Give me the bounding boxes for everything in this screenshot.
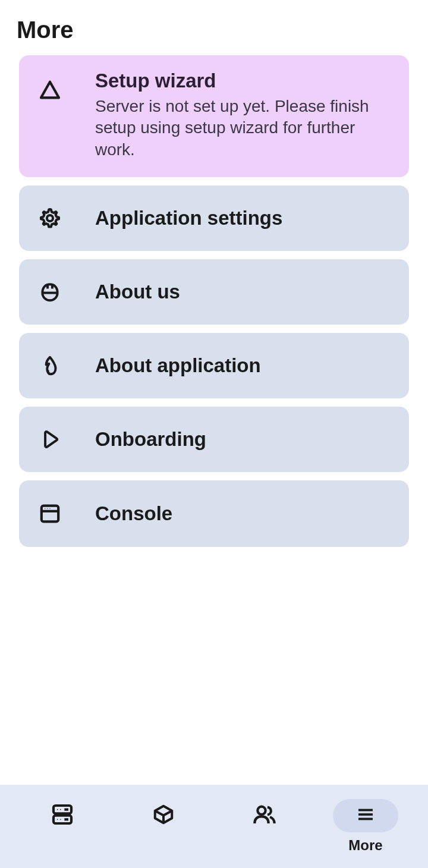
card-title: Application settings	[95, 207, 390, 229]
card-onboarding[interactable]: Onboarding	[19, 407, 409, 472]
svg-point-4	[49, 508, 50, 509]
menu-icon	[355, 804, 376, 828]
play-icon	[38, 428, 62, 451]
card-about-application[interactable]: About application	[19, 333, 409, 398]
console-window-icon	[38, 502, 62, 526]
server-icon	[51, 803, 74, 829]
page-title: More	[0, 0, 428, 55]
svg-point-7	[57, 809, 58, 810]
svg-point-9	[57, 819, 58, 820]
svg-point-2	[45, 508, 45, 509]
card-console[interactable]: Console	[19, 480, 409, 547]
menu-list: Setup wizard Server is not set up yet. P…	[0, 55, 428, 547]
svg-point-11	[257, 807, 265, 814]
nav-label: More	[348, 837, 382, 854]
svg-point-0	[47, 215, 53, 221]
card-setup-wizard[interactable]: Setup wizard Server is not set up yet. P…	[19, 55, 409, 177]
warning-triangle-icon	[38, 78, 62, 102]
card-title: About application	[95, 354, 390, 377]
svg-rect-6	[54, 816, 71, 823]
flame-icon	[38, 354, 62, 377]
gear-icon	[38, 207, 62, 229]
card-title: Setup wizard	[95, 70, 390, 92]
card-title: About us	[95, 281, 390, 303]
svg-rect-5	[54, 806, 71, 813]
card-description: Server is not set up yet. Please finish …	[95, 96, 390, 161]
nav-servers[interactable]	[27, 799, 98, 854]
nav-users[interactable]	[229, 799, 300, 854]
svg-point-3	[47, 508, 48, 509]
card-title: Console	[95, 502, 390, 525]
nav-packages[interactable]	[128, 799, 199, 854]
card-about-us[interactable]: About us	[19, 259, 409, 325]
users-icon	[253, 803, 276, 829]
card-title: Onboarding	[95, 428, 390, 451]
svg-point-8	[60, 809, 61, 810]
nav-more[interactable]: More	[330, 799, 401, 854]
svg-point-10	[60, 819, 61, 820]
card-application-settings[interactable]: Application settings	[19, 185, 409, 251]
bottom-nav: More	[0, 785, 428, 868]
cube-icon	[152, 803, 175, 828]
helmet-icon	[38, 281, 62, 303]
